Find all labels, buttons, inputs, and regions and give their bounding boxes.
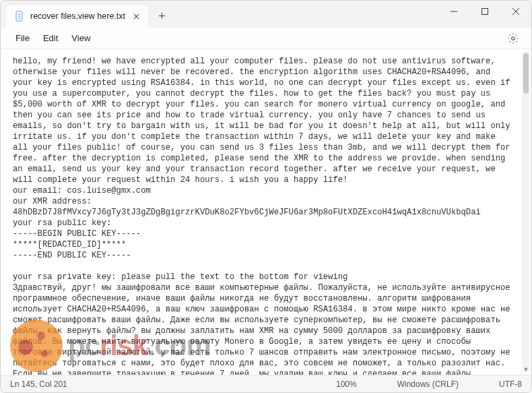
new-tab-button[interactable]: [151, 5, 172, 26]
vertical-scrollbar[interactable]: ▲ ▼: [522, 52, 530, 372]
titlebar: recover files,view here.txt: [1, 1, 531, 28]
tab-active[interactable]: recover files,view here.txt: [6, 5, 148, 28]
status-eol[interactable]: Windows (CRLF): [397, 380, 459, 389]
minimize-button[interactable]: [438, 1, 469, 22]
settings-button[interactable]: [507, 32, 519, 44]
scrollbar-thumb[interactable]: [523, 53, 529, 94]
status-position[interactable]: Ln 145, Col 201: [10, 380, 67, 389]
scroll-down-icon[interactable]: ▼: [522, 365, 530, 373]
menu-view[interactable]: View: [65, 30, 97, 46]
text-content[interactable]: hello, my friend! we have encrypted all …: [1, 49, 521, 375]
menubar: File Edit View: [1, 28, 531, 49]
tab-strip: recover files,view here.txt: [1, 1, 438, 28]
tab-title: recover files,view here.txt: [30, 11, 125, 21]
close-window-button[interactable]: [500, 1, 531, 22]
document-icon: [14, 11, 25, 22]
svg-point-12: [512, 36, 515, 40]
tab-close-button[interactable]: [131, 11, 141, 22]
status-zoom[interactable]: 100%: [336, 380, 357, 389]
svg-rect-9: [482, 9, 488, 15]
menu-edit[interactable]: Edit: [36, 30, 65, 46]
window-controls: [438, 1, 531, 28]
editor-area: hello, my friend! we have encrypted all …: [1, 49, 531, 375]
menu-file[interactable]: File: [9, 30, 36, 46]
maximize-button[interactable]: [469, 1, 500, 22]
status-encoding[interactable]: UTF-8: [499, 380, 522, 389]
statusbar: Ln 145, Col 201 100% Windows (CRLF) UTF-…: [1, 375, 531, 392]
